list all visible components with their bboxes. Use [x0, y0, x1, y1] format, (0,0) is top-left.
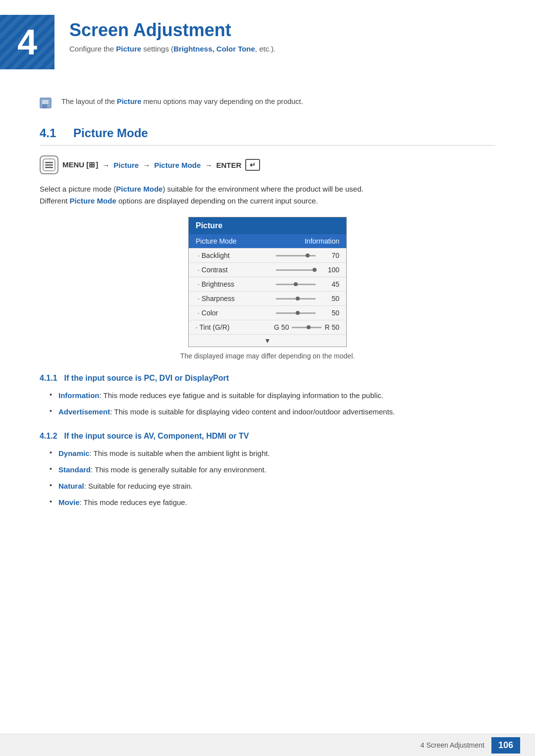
- picture-menu-header-label: Picture: [196, 221, 222, 230]
- chapter-title: Screen Adjustment: [69, 20, 276, 41]
- picture-mode-value: Information: [305, 237, 339, 245]
- down-arrow-row: ▼: [189, 335, 346, 347]
- contrast-slider: [276, 269, 316, 271]
- picture-mode-link: Picture Mode: [154, 161, 201, 169]
- tint-g-value: G 50: [274, 323, 289, 331]
- natural-term: Natural: [58, 482, 84, 490]
- backlight-label: Backlight: [196, 252, 272, 259]
- description-1: Select a picture mode (Picture Mode) sui…: [40, 183, 495, 207]
- chapter-number-box: 4: [0, 15, 54, 69]
- list-item-information: Information: This mode reduces eye fatig…: [50, 390, 495, 401]
- section-4-1-title: Picture Mode: [73, 126, 148, 140]
- tint-row[interactable]: Tint (G/R) G 50 R 50: [189, 320, 346, 335]
- subsection-4-1-1-title: If the input source is PC, DVI or Displa…: [64, 374, 229, 383]
- tint-dot: [307, 325, 311, 329]
- backlight-value: 70: [320, 252, 339, 259]
- enter-icon: ↵: [245, 159, 260, 171]
- arrow-3: →: [205, 161, 212, 169]
- subsection-4-1-1-number: 4.1.1: [40, 374, 57, 383]
- main-content: The layout of the Picture menu options m…: [0, 97, 535, 558]
- color-value: 50: [320, 309, 339, 317]
- subsection-4-1-1-heading: 4.1.1 If the input source is PC, DVI or …: [40, 374, 495, 383]
- picture-menu: Picture Picture Mode Information Backlig…: [188, 217, 347, 347]
- menu-label: MENU [⊞]: [62, 160, 98, 169]
- picture-link: Picture: [113, 161, 139, 169]
- movie-term: Movie: [58, 498, 80, 506]
- svg-rect-1: [42, 104, 47, 108]
- menu-icon: [40, 155, 58, 174]
- tint-label: Tint (G/R): [196, 323, 229, 331]
- chapter-header: 4 Screen Adjustment Configure the Pictur…: [0, 0, 535, 79]
- svg-rect-5: [45, 162, 53, 163]
- color-label: Color: [196, 309, 272, 317]
- subsection-4-1-2-heading: 4.1.2 If the input source is AV, Compone…: [40, 432, 495, 441]
- menu-svg-icon: [42, 158, 56, 172]
- section-4-1-heading: 4.1 Picture Mode: [40, 126, 495, 146]
- note-icon: [40, 98, 55, 111]
- color-row[interactable]: Color 50: [189, 306, 346, 320]
- brightness-row[interactable]: Brightness 45: [189, 277, 346, 292]
- down-arrow-icon: ▼: [264, 337, 271, 345]
- arrow-1: →: [102, 161, 109, 169]
- settings-highlight: Brightness, Color Tone: [173, 45, 255, 53]
- footer-text: 4 Screen Adjustment: [421, 741, 484, 749]
- picture-mode-label: Picture Mode: [196, 237, 305, 245]
- sharpness-value: 50: [320, 295, 339, 302]
- section-4-1-number: 4.1: [40, 126, 64, 140]
- tint-slider: [292, 327, 321, 328]
- subsection-4-1-2-title: If the input source is AV, Component, HD…: [64, 432, 249, 441]
- brightness-label: Brightness: [196, 280, 272, 288]
- section-4-1-1-list: Information: This mode reduces eye fatig…: [50, 390, 495, 418]
- picture-menu-header: Picture: [189, 217, 346, 234]
- brightness-value: 45: [320, 280, 339, 288]
- sharpness-slider: [276, 298, 316, 300]
- page-footer: 4 Screen Adjustment 106: [0, 734, 535, 756]
- advertisement-term: Advertisement: [58, 407, 110, 416]
- picture-mode-row[interactable]: Picture Mode Information: [189, 234, 346, 249]
- contrast-dot: [313, 268, 317, 272]
- picture-highlight-1: Picture: [116, 45, 141, 53]
- color-slider: [276, 312, 316, 314]
- list-item-natural: Natural: Suitable for reducing eye strai…: [50, 480, 495, 492]
- chapter-subtitle: Configure the Picture settings (Brightne…: [69, 45, 276, 53]
- standard-term: Standard: [58, 465, 91, 474]
- picture-menu-container: Picture Picture Mode Information Backlig…: [40, 217, 495, 347]
- arrow-2: →: [143, 161, 150, 169]
- list-item-dynamic: Dynamic: This mode is suitable when the …: [50, 448, 495, 459]
- image-caption: The displayed image may differ depending…: [40, 352, 495, 360]
- note-picture-highlight: Picture: [117, 98, 141, 105]
- brightness-slider: [276, 284, 316, 285]
- contrast-label: Contrast: [196, 266, 272, 274]
- dynamic-term: Dynamic: [58, 449, 90, 457]
- menu-path: MENU [⊞] → Picture → Picture Mode → ENTE…: [40, 155, 495, 174]
- backlight-slider: [276, 255, 316, 256]
- list-item-standard: Standard: This mode is generally suitabl…: [50, 464, 495, 475]
- desc-picture-mode-2: Picture Mode: [70, 197, 116, 205]
- backlight-row[interactable]: Backlight 70: [189, 249, 346, 263]
- section-4-1-2-list: Dynamic: This mode is suitable when the …: [50, 448, 495, 508]
- footer-page-number: 106: [491, 737, 520, 754]
- list-item-movie: Movie: This mode reduces eye fatigue.: [50, 497, 495, 508]
- brightness-dot: [294, 282, 298, 286]
- sharpness-dot: [296, 297, 300, 301]
- backlight-dot: [306, 253, 310, 257]
- svg-rect-7: [45, 167, 53, 168]
- chapter-number: 4: [17, 22, 37, 62]
- list-item-advertisement: Advertisement: This mode is suitable for…: [50, 406, 495, 417]
- header-text: Screen Adjustment Configure the Picture …: [54, 15, 276, 53]
- sharpness-row[interactable]: Sharpness 50: [189, 292, 346, 306]
- subsection-4-1-2-number: 4.1.2: [40, 432, 57, 441]
- note-box: The layout of the Picture menu options m…: [40, 97, 495, 111]
- information-term: Information: [58, 391, 100, 400]
- tint-r-value: R 50: [324, 323, 339, 331]
- sharpness-label: Sharpness: [196, 295, 272, 302]
- svg-rect-6: [45, 164, 53, 166]
- enter-label: ENTER: [216, 161, 241, 169]
- contrast-value: 100: [320, 266, 339, 274]
- desc-picture-mode-1: Picture Mode: [116, 185, 162, 193]
- contrast-row[interactable]: Contrast 100: [189, 263, 346, 277]
- color-dot: [296, 311, 300, 315]
- note-text: The layout of the Picture menu options m…: [61, 97, 303, 107]
